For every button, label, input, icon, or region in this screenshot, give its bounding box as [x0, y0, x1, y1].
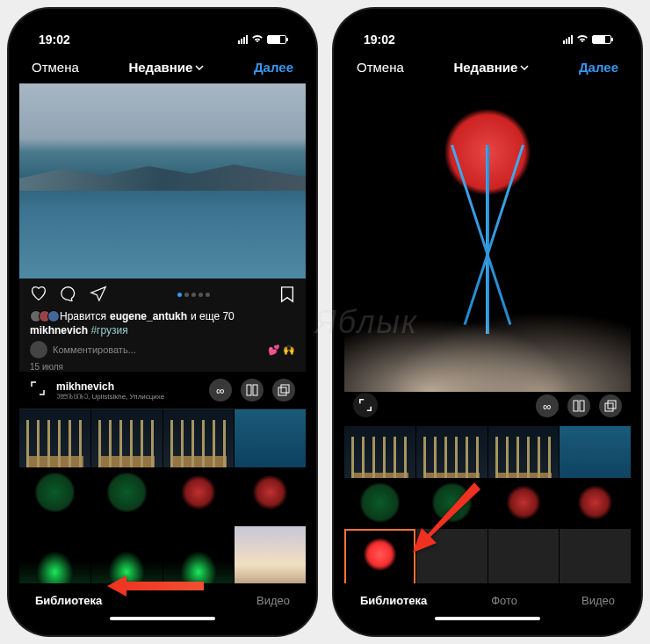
nav-bar: Отмена Недавние Далее [344, 51, 631, 83]
thumbnail[interactable]: 00:28 [235, 526, 306, 583]
tab-library[interactable]: Библиотека [360, 594, 427, 607]
status-indicators [238, 35, 286, 44]
svg-rect-5 [580, 401, 584, 411]
nav-bar: Отмена Недавние Далее [19, 51, 306, 83]
status-time: 19:02 [364, 33, 395, 47]
bookmark-icon[interactable] [279, 286, 295, 303]
share-icon[interactable] [90, 286, 107, 301]
post-text: Нравится eugene_antukh и еще 70 mikhnevi… [19, 310, 306, 372]
account-bar: mikhnevichᲣᲤᲚᲘᲡᲪᲘᲮᲔ, Uplistsikhe, Уплисц… [19, 372, 306, 409]
next-button[interactable]: Далее [254, 60, 293, 75]
album-selector[interactable]: Недавние [128, 60, 204, 75]
photo-grid: 00:1000:0700:3500:28 [19, 409, 306, 583]
thumbnail[interactable] [91, 526, 162, 583]
bottom-tabs: Библиотека Видео [19, 583, 306, 614]
preview-area: ∞ [344, 83, 631, 426]
status-indicators [563, 35, 611, 44]
multi-select-icon[interactable] [599, 394, 622, 417]
svg-rect-1 [253, 385, 257, 395]
album-selector[interactable]: Недавние [453, 60, 529, 75]
boomerang-icon[interactable]: ∞ [209, 379, 232, 402]
likes-username[interactable]: eugene_antukh [110, 310, 187, 322]
preview-image[interactable] [19, 83, 306, 279]
notch [97, 19, 228, 40]
location[interactable]: ᲣᲤᲚᲘᲡᲪᲘᲮᲔ, Uplistsikhe, Уплисцихе [56, 393, 164, 401]
photo-grid: 00:35 [344, 426, 631, 583]
phone-left: 19:02 Отмена Недавние Далее Нравится eug… [9, 9, 316, 635]
wifi-icon [576, 35, 589, 44]
notch [422, 19, 553, 40]
thumbnail[interactable] [163, 526, 235, 583]
post-hashtag[interactable]: #грузия [90, 324, 127, 336]
signal-icon [238, 35, 248, 44]
svg-rect-3 [281, 385, 289, 393]
tab-photo[interactable]: Фото [491, 594, 517, 607]
battery-icon [592, 35, 611, 44]
tab-library[interactable]: Библиотека [35, 594, 102, 607]
multi-select-icon[interactable] [272, 379, 295, 402]
account-name[interactable]: mikhnevich [56, 380, 164, 393]
bottom-tabs: Библиотека Фото Видео [344, 583, 631, 614]
next-button[interactable]: Далее [579, 60, 618, 75]
carousel-dots [177, 286, 210, 303]
thumbnail[interactable] [488, 529, 560, 583]
chevron-down-icon [520, 65, 529, 70]
thumbnail[interactable] [19, 526, 90, 583]
svg-rect-2 [278, 387, 286, 395]
chevron-down-icon [195, 65, 204, 70]
thumbnail[interactable] [560, 529, 631, 583]
comment-icon[interactable] [60, 286, 77, 301]
avatar [30, 341, 47, 358]
svg-rect-7 [608, 401, 616, 409]
cancel-button[interactable]: Отмена [32, 60, 79, 75]
cancel-button[interactable]: Отмена [357, 60, 404, 75]
tab-video[interactable]: Видео [256, 594, 290, 607]
preview-area: Нравится eugene_antukh и еще 70 mikhnevi… [19, 83, 306, 372]
layout-icon[interactable] [567, 394, 590, 417]
like-icon[interactable] [30, 286, 47, 301]
wifi-icon [251, 35, 264, 44]
boomerang-icon[interactable]: ∞ [536, 394, 559, 417]
layout-icon[interactable] [241, 379, 264, 402]
preview-image[interactable]: ∞ [344, 83, 631, 426]
post-username[interactable]: mikhnevich [30, 324, 88, 336]
home-indicator[interactable] [435, 617, 540, 620]
status-time: 19:02 [39, 33, 70, 47]
post-actions [19, 279, 306, 310]
svg-rect-0 [247, 385, 251, 395]
expand-icon[interactable] [353, 393, 378, 417]
signal-icon [563, 35, 573, 44]
svg-rect-6 [605, 403, 613, 411]
thumbnail[interactable]: 00:35 [344, 529, 415, 583]
phone-right: 19:02 Отмена Недавние Далее ∞ 00:35 Библ… [334, 9, 641, 635]
comment-input[interactable]: Комментировать... [53, 344, 136, 355]
home-indicator[interactable] [110, 617, 215, 620]
thumbnail[interactable] [416, 529, 488, 583]
tab-video[interactable]: Видео [581, 594, 615, 607]
post-date: 15 июля [30, 362, 295, 372]
svg-rect-4 [574, 401, 578, 411]
battery-icon [267, 35, 286, 44]
expand-icon[interactable] [30, 380, 49, 400]
